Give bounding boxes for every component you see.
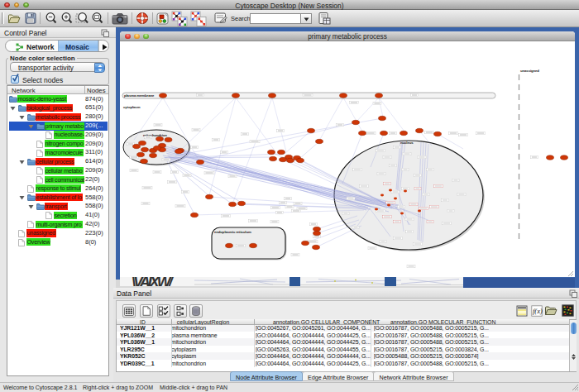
svg-text:f(x): f(x) xyxy=(533,307,543,315)
svg-text:nucleus: nucleus xyxy=(400,141,414,145)
svg-text:plasma membrane: plasma membrane xyxy=(124,93,155,98)
svg-text:unassigned: unassigned xyxy=(520,69,539,73)
svg-text:cytoplasm: cytoplasm xyxy=(123,105,141,109)
svg-text:endoplasmic reticulum: endoplasmic reticulum xyxy=(214,230,251,234)
